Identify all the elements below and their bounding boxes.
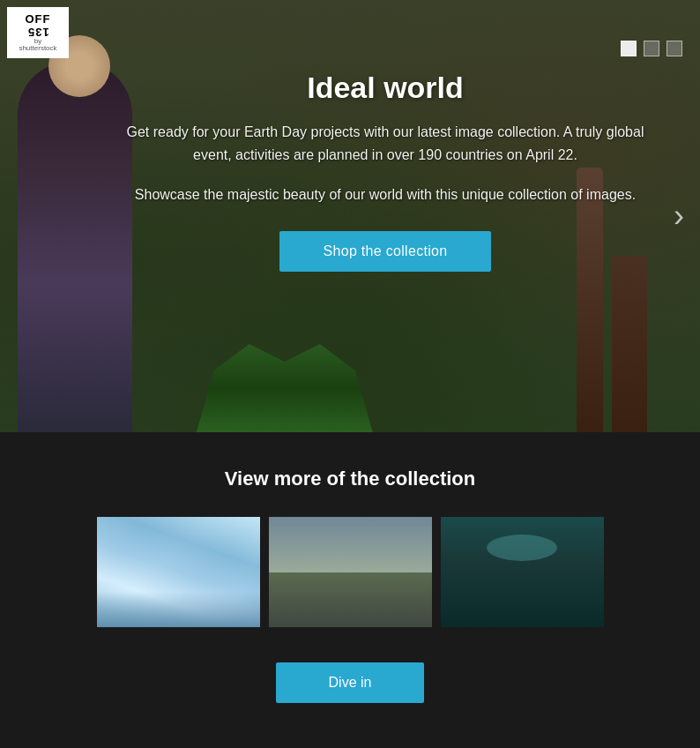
pagination-dot-1[interactable]: [621, 41, 637, 56]
dive-in-button[interactable]: Dive in: [276, 662, 425, 703]
logo-brand: shutterstock: [19, 45, 56, 52]
grid-image-2[interactable]: [269, 517, 432, 627]
bottom-section: View more of the collection Dive in: [0, 432, 700, 747]
collection-title: View more of the collection: [18, 468, 682, 490]
logo: OFF 135 by shutterstock: [7, 7, 69, 58]
hero-title: Ideal world: [123, 71, 647, 105]
pagination-dot-3[interactable]: [666, 41, 682, 56]
hero-section: OFF 135 by shutterstock › Ideal world Ge…: [0, 0, 700, 432]
grid-image-1[interactable]: [97, 517, 260, 627]
logo-text-bottom: 135: [27, 26, 49, 38]
hero-subtitle: Showcase the majestic beauty of our worl…: [123, 183, 647, 206]
shop-collection-button[interactable]: Shop the collection: [279, 231, 492, 272]
hero-content: Ideal world Get ready for your Earth Day…: [123, 71, 647, 272]
next-arrow[interactable]: ›: [674, 198, 684, 235]
logo-text-top: OFF: [26, 13, 51, 26]
grid-image-3[interactable]: [441, 517, 604, 627]
image-grid: [18, 517, 682, 627]
pagination: [621, 41, 682, 56]
pagination-dot-2[interactable]: [644, 41, 659, 56]
hero-description: Get ready for your Earth Day projects wi…: [123, 121, 647, 166]
